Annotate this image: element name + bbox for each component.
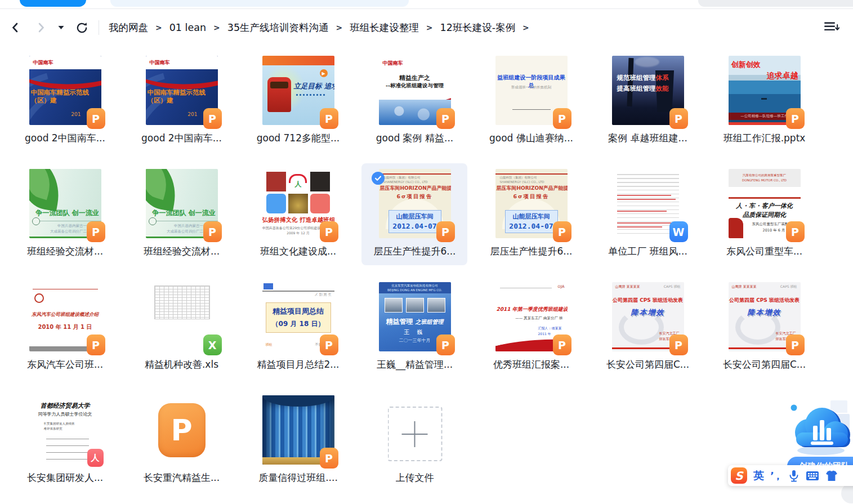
breadcrumb-separator-icon: > xyxy=(213,23,220,32)
file-thumbnail: 争一流团队 创一流业中国兵器内蒙古一机集团大成装备公司四分厂二作业区P xyxy=(146,169,218,238)
file-thumbnail: 北京东安汽车发动机制造有限公司BEIJING DONG AN ENGINE MF… xyxy=(379,282,451,351)
file-thumbnail: 创新创效追求卓越—公司精修—队组修—班工作P xyxy=(729,56,801,125)
upload-file-tile[interactable]: 上传文件 xyxy=(356,387,473,501)
breadcrumb-item[interactable]: 班组长建设整理 xyxy=(350,21,419,34)
file-item[interactable]: P长安重汽精益生... xyxy=(123,387,240,501)
file-thumbnail: P xyxy=(146,395,218,465)
file-thumbnail: 〆 割 测 生精益项目周总结（09 月 18 日）班组不要告知P xyxy=(262,282,334,351)
file-thumbnail: 中国南车精益生产之--标准化班组建设与管理P xyxy=(379,56,451,125)
file-item[interactable]: 首都经济贸易大学同等学力人员硕士学位论文长安集团研发人员绩效考评体系研究人长安集… xyxy=(7,387,123,501)
file-name: good 2中国南车... xyxy=(141,132,222,145)
file-item[interactable]: 山能科技（集团）有限公司SHANENERGY (SLC) CO., LTD层压车… xyxy=(473,161,589,274)
file-name: 东风汽车公司班... xyxy=(27,358,103,371)
file-item[interactable]: 人弘扬拼搏文化 打造卓越班组中国兵器装备公司第29分公司班组建设材料交流 200… xyxy=(240,161,356,274)
refresh-icon[interactable] xyxy=(75,21,88,34)
top-blue-pill-button[interactable] xyxy=(20,0,86,7)
decor-circle xyxy=(841,483,853,503)
filetype-badge-ppt: P xyxy=(553,221,571,242)
filetype-badge-ppt: P xyxy=(320,448,338,469)
file-item[interactable]: 汽车有限公司的两用车重型车厂DONGFENG MOTOR CO., LTD人 ·… xyxy=(706,161,823,274)
file-item[interactable]: ▶立足目标 追求卓Pgood 712多能型... xyxy=(240,48,356,161)
filetype-badge-ppt: P xyxy=(87,108,105,129)
filetype-badge-ppt: P xyxy=(436,108,455,129)
file-item[interactable]: 东风汽车公司班组建设概述介绍2010 年 11 月 1 日P东风汽车公司班... xyxy=(7,274,123,387)
file-item[interactable]: 中国南车中国南车精益示范线（区）建201Pgood 2中国南车... xyxy=(123,48,240,161)
navigation-toolbar: 我的网盘>01 lean>35生产线培训资料沟通>班组长建设整理>12班长建设-… xyxy=(0,9,853,46)
top-right-bar[interactable] xyxy=(698,0,853,7)
file-item[interactable]: 规范班组管理体系提高班组管理效能P案例 卓越班组建... xyxy=(589,48,706,161)
file-name: 质量信得过班组.... xyxy=(258,471,338,484)
file-name: 长安重汽精益生... xyxy=(144,471,220,484)
file-item[interactable]: 北京东安汽车发动机制造有限公司BEIJING DONG AN ENGINE MF… xyxy=(356,274,473,387)
filetype-badge-pdf: 人 xyxy=(87,449,104,467)
top-search-bar[interactable] xyxy=(110,0,409,7)
breadcrumb-item[interactable]: 我的网盘 xyxy=(109,21,148,34)
sogou-logo-icon[interactable]: S xyxy=(731,467,747,484)
file-item[interactable]: 山能科技（集团）有限公司SHANENERGY (SLC) CO., LTD层压车… xyxy=(356,161,473,274)
file-item[interactable]: 创新创效追求卓越—公司精修—队组修—班工作P班组工作汇报.pptx xyxy=(706,48,823,161)
file-name: 精益项目月总结2... xyxy=(257,358,339,371)
file-thumbnail: W xyxy=(612,169,684,238)
file-item[interactable]: 争一流团队 创一流业中国兵器内蒙古一机集团大成装备公司四分厂二作业区P班组经验交… xyxy=(123,161,240,274)
file-name: good 案例 精益... xyxy=(376,132,453,145)
file-name: 单位工厂 班组风... xyxy=(608,245,687,258)
breadcrumb-separator-icon: > xyxy=(336,23,343,32)
file-item[interactable]: 争一流团队 创一流业中国兵器内蒙古一机集团大成装备公司四分厂二作业区P班组经验交… xyxy=(7,161,123,274)
file-item[interactable]: 〆 割 测 生精益项目周总结（09 月 18 日）班组不要告知P精益项目月总结2… xyxy=(240,274,356,387)
plus-icon xyxy=(402,421,428,447)
breadcrumb-separator-icon: > xyxy=(155,23,162,32)
file-thumbnail: 中国南车中国南车精益示范线（区）建201P xyxy=(29,56,101,125)
filetype-badge-ppt: P xyxy=(87,334,105,355)
keyboard-icon[interactable] xyxy=(806,471,819,481)
file-thumbnail: 首都经济贸易大学同等学力人员硕士学位论文长安集团研发人员绩效考评体系研究人 xyxy=(29,395,101,465)
file-item[interactable]: P质量信得过班组.... xyxy=(240,387,356,501)
filetype-badge-ppt: P xyxy=(786,108,805,129)
ppt-file-icon: P xyxy=(158,403,206,457)
skin-tshirt-icon[interactable] xyxy=(825,470,838,481)
file-name: 班组文化建设成... xyxy=(260,245,336,258)
breadcrumb-item[interactable]: 01 lean xyxy=(169,22,206,33)
file-name: 王巍__精益管理... xyxy=(377,358,453,371)
filetype-badge-ppt: P xyxy=(786,334,805,355)
ime-language-mode[interactable]: 英 xyxy=(753,469,764,483)
file-item[interactable]: W单位工厂 班组风... xyxy=(589,161,706,274)
file-name: good 2中国南车... xyxy=(25,132,105,145)
file-item[interactable]: 益班组建设一阶段项目成果总形成领班一天的长效机制Pgood 佛山迪赛纳... xyxy=(473,48,589,161)
file-thumbnail: 争一流团队 创一流业中国兵器内蒙古一机集团大成装备公司四分厂二作业区P xyxy=(29,169,101,238)
filetype-badge-ppt: P xyxy=(320,334,338,355)
file-thumbnail: 山能科技（集团）有限公司SHANENERGY (SLC) CO., LTD层压车… xyxy=(379,169,451,238)
file-thumbnail: P xyxy=(262,395,334,465)
file-item[interactable]: 山鹰牌 某某某某CAPS 班组公司第四届 CPS 班组活动发表降本增效长安汽北工… xyxy=(589,274,706,387)
filetype-badge-ppt: P xyxy=(669,334,688,355)
sort-icon[interactable] xyxy=(824,20,841,35)
file-item[interactable]: 山鹰牌 某某某某CAPS 班组公司第四届 CPS 班组活动发表降本增效长安汽北工… xyxy=(706,274,823,387)
file-thumbnail: 人弘扬拼搏文化 打造卓越班组中国兵器装备公司第29分公司班组建设材料交流 200… xyxy=(262,169,334,238)
file-thumbnail: ⊙JA2011 年第一季度优秀班组建设—— 其某车工厂 由某分厂 班汇报人：傅某… xyxy=(495,282,568,351)
upload-plus-box[interactable] xyxy=(387,407,442,461)
file-thumbnail: 东风汽车公司班组建设概述介绍2010 年 11 月 1 日P xyxy=(29,282,101,351)
file-item[interactable]: 中国南车中国南车精益示范线（区）建201Pgood 2中国南车... xyxy=(7,48,123,161)
file-name: good 712多能型... xyxy=(257,132,340,145)
file-item[interactable]: 中国南车精益生产之--标准化班组建设与管理Pgood 案例 精益... xyxy=(356,48,473,161)
breadcrumb-separator-icon: > xyxy=(426,23,433,32)
file-item[interactable]: ⊙JA2011 年第一季度优秀班组建设—— 其某车工厂 由某分厂 班汇报人：傅某… xyxy=(473,274,589,387)
file-name: 案例 卓越班组建... xyxy=(608,132,687,145)
file-item[interactable]: X精益机种改善.xls xyxy=(123,274,240,387)
breadcrumb-item[interactable]: 12班长建设-案例 xyxy=(440,21,516,34)
file-thumbnail: 汽车有限公司的两用车重型车厂DONGFENG MOTOR CO., LTD人 ·… xyxy=(729,169,801,238)
history-caret-down-icon[interactable] xyxy=(58,25,64,30)
breadcrumb-item[interactable]: 35生产线培训资料沟通 xyxy=(227,21,329,34)
filetype-badge-ppt: P xyxy=(320,108,338,129)
upload-label: 上传文件 xyxy=(396,471,434,484)
file-name: 优秀班组汇报案... xyxy=(493,358,569,371)
breadcrumb: 我的网盘>01 lean>35生产线培训资料沟通>班组长建设整理>12班长建设-… xyxy=(109,21,537,34)
forward-icon[interactable] xyxy=(35,22,47,33)
file-grid: 中国南车中国南车精益示范线（区）建201Pgood 2中国南车...中国南车中国… xyxy=(7,48,823,501)
upload-thumb-area xyxy=(379,395,451,465)
filetype-badge-ppt: P xyxy=(320,221,338,242)
ime-toolbar: S 英 ’， xyxy=(728,465,853,486)
ime-punctuation-toggle[interactable]: ’， xyxy=(770,469,782,483)
back-icon[interactable] xyxy=(10,22,21,33)
filetype-badge-ppt: P xyxy=(436,221,455,242)
microphone-icon[interactable] xyxy=(788,470,800,482)
